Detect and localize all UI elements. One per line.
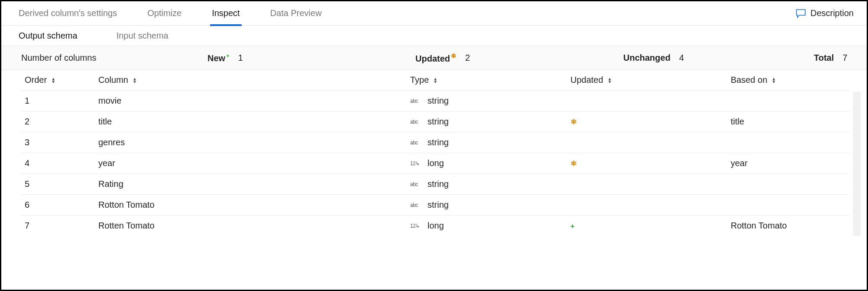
total-value: 7 xyxy=(842,53,847,63)
type-name: string xyxy=(428,200,449,210)
type-name: long xyxy=(428,158,444,168)
cell-based-on: Rotton Tomato xyxy=(727,216,849,236)
cell-order: 3 xyxy=(21,132,95,153)
cell-based-on: title xyxy=(727,111,849,132)
description-label: Description xyxy=(810,8,854,18)
comment-icon xyxy=(796,9,806,18)
cell-updated xyxy=(567,91,727,111)
tab-derived-column-settings[interactable]: Derived column's settings xyxy=(19,1,117,26)
cell-column: movie xyxy=(95,91,407,111)
cell-column: Rotten Tomato xyxy=(95,216,407,236)
plus-icon: + xyxy=(226,52,230,59)
table-row[interactable]: 1movieabcstring xyxy=(21,91,849,111)
cell-order: 5 xyxy=(21,174,95,195)
updated-value: 2 xyxy=(465,53,470,63)
cell-based-on xyxy=(727,195,849,216)
type-name: string xyxy=(428,96,449,106)
cell-updated: ✱ xyxy=(567,153,727,174)
cell-based-on xyxy=(727,132,849,153)
cell-based-on xyxy=(727,91,849,111)
type-name: string xyxy=(428,117,449,127)
type-badge-icon: abc xyxy=(410,181,421,187)
table-row[interactable]: 3genresabcstring xyxy=(21,132,849,153)
type-name: string xyxy=(428,179,449,189)
vertical-scrollbar[interactable] xyxy=(853,92,861,236)
cell-order: 7 xyxy=(21,216,95,236)
cell-column: title xyxy=(95,111,407,132)
cell-column: Rotton Tomato xyxy=(95,195,407,216)
cell-column: Rating xyxy=(95,174,407,195)
description-button[interactable]: Description xyxy=(796,8,854,18)
subtab-input-schema[interactable]: Input schema xyxy=(117,31,168,41)
tab-inspect[interactable]: Inspect xyxy=(212,1,240,26)
subtab-output-schema[interactable]: Output schema xyxy=(19,31,78,41)
header-order[interactable]: Order xyxy=(21,70,95,91)
stats-bar: Number of columns New+ 1 Updated✱ 2 Unch… xyxy=(1,46,867,70)
header-based-on[interactable]: Based on xyxy=(727,70,849,91)
cell-based-on xyxy=(727,174,849,195)
header-type[interactable]: Type xyxy=(407,70,567,91)
new-value: 1 xyxy=(238,53,243,63)
updated-label: Updated✱ xyxy=(415,52,457,64)
cell-column: year xyxy=(95,153,407,174)
type-badge-icon: 12↳ xyxy=(410,160,421,167)
cell-type: abcstring xyxy=(407,91,567,111)
new-plus-icon: + xyxy=(570,222,574,230)
cell-order: 2 xyxy=(21,111,95,132)
cell-order: 4 xyxy=(21,153,95,174)
cell-updated xyxy=(567,132,727,153)
table-row[interactable]: 7Rotten Tomato12↳long+Rotton Tomato xyxy=(21,216,849,236)
updated-star-icon: ✱ xyxy=(570,118,577,126)
cell-updated xyxy=(567,195,727,216)
cell-updated xyxy=(567,174,727,195)
header-column[interactable]: Column xyxy=(95,70,407,91)
type-badge-icon: abc xyxy=(410,119,421,125)
table-row[interactable]: 2titleabcstring✱title xyxy=(21,111,849,132)
sub-tabs: Output schema Input schema xyxy=(1,26,867,46)
cell-type: 12↳long xyxy=(407,153,567,174)
updated-star-icon: ✱ xyxy=(570,159,577,168)
header-updated[interactable]: Updated xyxy=(567,70,727,91)
cell-type: abcstring xyxy=(407,132,567,153)
cell-order: 1 xyxy=(21,91,95,111)
number-of-columns-label: Number of columns xyxy=(21,53,96,63)
tab-data-preview[interactable]: Data Preview xyxy=(270,1,322,26)
new-label: New+ xyxy=(207,52,230,63)
top-tabs: Derived column's settings Optimize Inspe… xyxy=(1,1,867,26)
cell-column: genres xyxy=(95,132,407,153)
sort-icon xyxy=(608,77,612,83)
star-icon: ✱ xyxy=(451,52,457,59)
cell-updated: + xyxy=(567,216,727,236)
cell-updated: ✱ xyxy=(567,111,727,132)
cell-order: 6 xyxy=(21,195,95,216)
sort-icon xyxy=(772,77,776,83)
type-badge-icon: abc xyxy=(410,98,421,104)
tab-optimize[interactable]: Optimize xyxy=(147,1,181,26)
table-row[interactable]: 5Ratingabcstring xyxy=(21,174,849,195)
table-row[interactable]: 4year12↳long✱year xyxy=(21,153,849,174)
sort-icon xyxy=(51,77,55,83)
type-badge-icon: abc xyxy=(410,202,421,208)
cell-type: 12↳long xyxy=(407,216,567,236)
type-badge-icon: 12↳ xyxy=(410,223,421,229)
total-label: Total xyxy=(814,53,834,63)
unchanged-label: Unchanged xyxy=(623,53,670,63)
cell-type: abcstring xyxy=(407,174,567,195)
unchanged-value: 4 xyxy=(679,53,684,63)
sort-icon xyxy=(433,77,437,83)
type-badge-icon: abc xyxy=(410,140,421,146)
type-name: long xyxy=(428,221,444,231)
table-row[interactable]: 6Rotton Tomatoabcstring xyxy=(21,195,849,216)
cell-based-on: year xyxy=(727,153,849,174)
sort-icon xyxy=(133,77,137,83)
type-name: string xyxy=(428,137,449,147)
cell-type: abcstring xyxy=(407,111,567,132)
schema-table: Order Column Type Updated Based on 1movi… xyxy=(21,70,849,236)
cell-type: abcstring xyxy=(407,195,567,216)
